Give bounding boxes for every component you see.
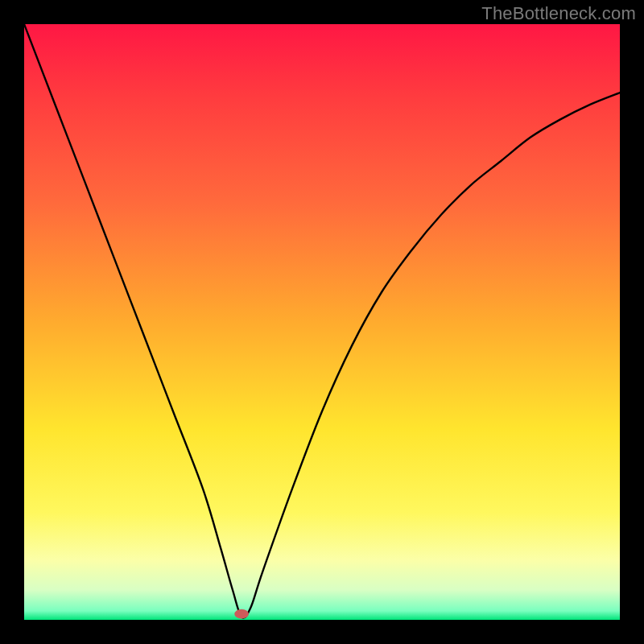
chart-frame: TheBottleneck.com bbox=[0, 0, 644, 644]
bottleneck-marker bbox=[234, 609, 249, 619]
watermark-label: TheBottleneck.com bbox=[481, 3, 636, 24]
plot-area bbox=[24, 24, 620, 620]
chart-svg bbox=[24, 24, 620, 620]
gradient-background bbox=[24, 24, 620, 620]
